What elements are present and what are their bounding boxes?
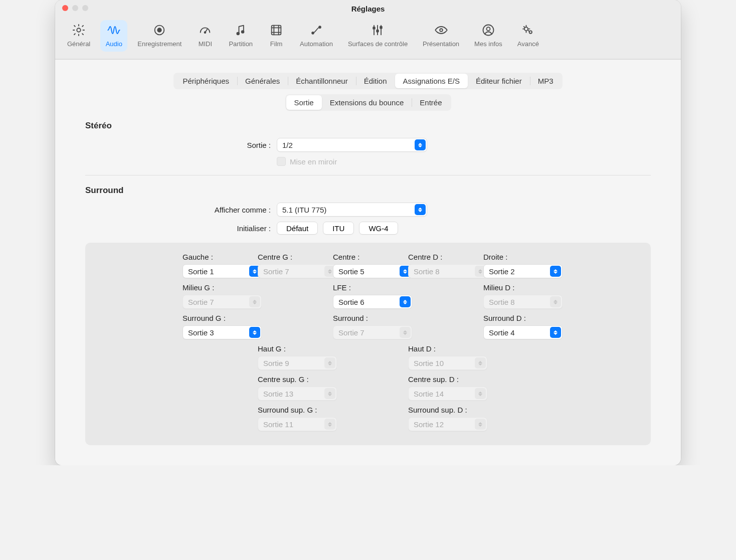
channel-label: Surround G : — [182, 314, 253, 322]
toolbar-item-audio[interactable]: Audio — [100, 20, 127, 52]
svg-rect-6 — [272, 26, 281, 35]
top-tabs: PériphériquesGénéralesÉchantillonneurÉdi… — [173, 73, 562, 89]
show-as-select[interactable]: 5.1 (ITU 775) — [277, 203, 427, 217]
toolbar-item-view[interactable]: Présentation — [418, 20, 464, 52]
channel-select-topL: Sortie 9 — [258, 356, 337, 370]
section-surround: Surround Afficher comme : 5.1 (ITU 775) … — [85, 185, 651, 445]
empty-cell — [333, 375, 403, 401]
toolbar-item-midi[interactable]: MIDI — [192, 20, 219, 52]
channel-value: Sortie 3 — [188, 328, 214, 337]
channel-label: Surround sup. G : — [258, 406, 328, 414]
channel-label: LFE : — [333, 283, 403, 292]
empty-cell — [182, 344, 253, 370]
channel-select-supSL: Sortie 11 — [258, 417, 337, 431]
channel-topL: Haut G : Sortie 9 — [258, 344, 328, 370]
top-tab-1[interactable]: Générales — [237, 74, 288, 88]
toolbar-item-score[interactable]: Partition — [224, 20, 258, 52]
channel-label: Gauche : — [182, 253, 253, 261]
stepper-icon — [550, 327, 561, 338]
empty-cell — [258, 314, 328, 339]
checkbox-box-icon — [277, 157, 286, 166]
eye-icon — [434, 23, 448, 37]
toolbar-item-label: Audio — [106, 40, 122, 48]
channel-label: Milieu D : — [483, 283, 554, 292]
channel-supSR: Surround sup. D : Sortie 12 — [408, 406, 478, 431]
toolbar-item-advanced[interactable]: Avancé — [512, 20, 544, 52]
empty-cell — [483, 344, 554, 370]
toolbar-item-general[interactable]: Général — [62, 20, 95, 52]
channel-select-centerL: Sortie 7 — [258, 264, 337, 278]
sub-tab-1[interactable]: Extensions du bounce — [322, 95, 412, 110]
channel-select-right[interactable]: Sortie 2 — [483, 264, 563, 278]
titlebar: Réglages — [55, 0, 681, 17]
gauge-icon — [198, 23, 212, 37]
toolbar-item-label: Général — [67, 40, 90, 48]
empty-cell — [483, 375, 554, 401]
toolbar-item-movie[interactable]: Film — [263, 20, 290, 52]
channel-select-surR[interactable]: Sortie 4 — [483, 325, 563, 339]
user-icon — [481, 23, 495, 37]
channel-select-surL[interactable]: Sortie 3 — [182, 325, 262, 339]
top-tab-3[interactable]: Édition — [356, 74, 395, 88]
channel-label: Centre G : — [258, 253, 328, 261]
channel-value: Sortie 8 — [414, 267, 440, 276]
channel-value: Sortie 6 — [338, 298, 364, 306]
channel-lfe: LFE : Sortie 6 — [333, 283, 403, 309]
wave-icon — [107, 23, 121, 37]
toolbar-item-myinfo[interactable]: Mes infos — [469, 20, 507, 52]
toolbar-item-label: Automation — [300, 40, 333, 48]
stereo-heading: Stéréo — [85, 121, 651, 131]
empty-cell — [258, 283, 328, 309]
itu-button[interactable]: ITU — [323, 222, 354, 235]
zoom-window-button[interactable] — [82, 5, 88, 11]
channel-select-center[interactable]: Sortie 5 — [333, 264, 412, 278]
channel-value: Sortie 14 — [414, 390, 444, 398]
channel-label: Haut D : — [408, 344, 478, 353]
channel-label: Centre sup. D : — [408, 375, 478, 384]
channel-select-left[interactable]: Sortie 1 — [182, 264, 262, 278]
empty-cell — [408, 314, 478, 339]
top-tab-2[interactable]: Échantillonneur — [288, 74, 355, 88]
stereo-output-select[interactable]: 1/2 — [277, 138, 427, 152]
svg-point-0 — [77, 28, 80, 32]
channel-label: Surround sup. D : — [408, 406, 478, 414]
toolbar-item-label: Film — [270, 40, 283, 48]
stepper-icon — [400, 327, 411, 338]
toolbar-item-label: Partition — [229, 40, 253, 48]
stereo-output-value: 1/2 — [282, 141, 293, 149]
toolbar-item-recording[interactable]: Enregistrement — [132, 20, 187, 52]
channel-left: Gauche : Sortie 1 — [182, 253, 253, 278]
toolbar-item-label: Présentation — [423, 40, 459, 48]
channel-topR: Haut D : Sortie 10 — [408, 344, 478, 370]
default-button[interactable]: Défaut — [277, 222, 318, 235]
stepper-icon — [475, 388, 486, 399]
top-tab-4[interactable]: Assignations E/S — [395, 74, 468, 88]
top-tab-0[interactable]: Périphériques — [174, 74, 237, 88]
sub-tab-2[interactable]: Entrée — [412, 95, 450, 110]
channel-midL: Milieu G : Sortie 7 — [182, 283, 253, 309]
sub-tab-0[interactable]: Sortie — [286, 95, 322, 110]
channel-select-supSR: Sortie 12 — [408, 417, 487, 431]
wg4-button[interactable]: WG-4 — [359, 222, 398, 235]
toolbar-item-automation[interactable]: Automation — [295, 20, 338, 52]
channel-value: Sortie 12 — [414, 420, 444, 429]
gears-icon — [521, 23, 535, 37]
toolbar-item-label: MIDI — [199, 40, 212, 48]
empty-cell — [483, 406, 554, 431]
channel-select-lfe[interactable]: Sortie 6 — [333, 295, 412, 309]
top-tab-5[interactable]: Éditeur fichier — [468, 74, 530, 88]
channel-supSL: Surround sup. G : Sortie 11 — [258, 406, 328, 431]
toolbar-item-surfaces[interactable]: Surfaces de contrôle — [343, 20, 413, 52]
stepper-icon — [415, 204, 426, 215]
channel-label: Centre : — [333, 253, 403, 261]
channel-select-sur: Sortie 7 — [333, 325, 412, 339]
close-window-button[interactable] — [62, 5, 68, 11]
channel-label: Haut G : — [258, 344, 328, 353]
channel-value: Sortie 7 — [263, 267, 289, 276]
channel-select-midR: Sortie 8 — [483, 295, 563, 309]
minimize-window-button[interactable] — [72, 5, 78, 11]
channel-center: Centre : Sortie 5 — [333, 253, 403, 278]
top-tab-6[interactable]: MP3 — [530, 74, 562, 88]
mirror-checkbox[interactable]: Mise en miroir — [277, 157, 337, 166]
channel-select-supCL: Sortie 13 — [258, 387, 337, 401]
